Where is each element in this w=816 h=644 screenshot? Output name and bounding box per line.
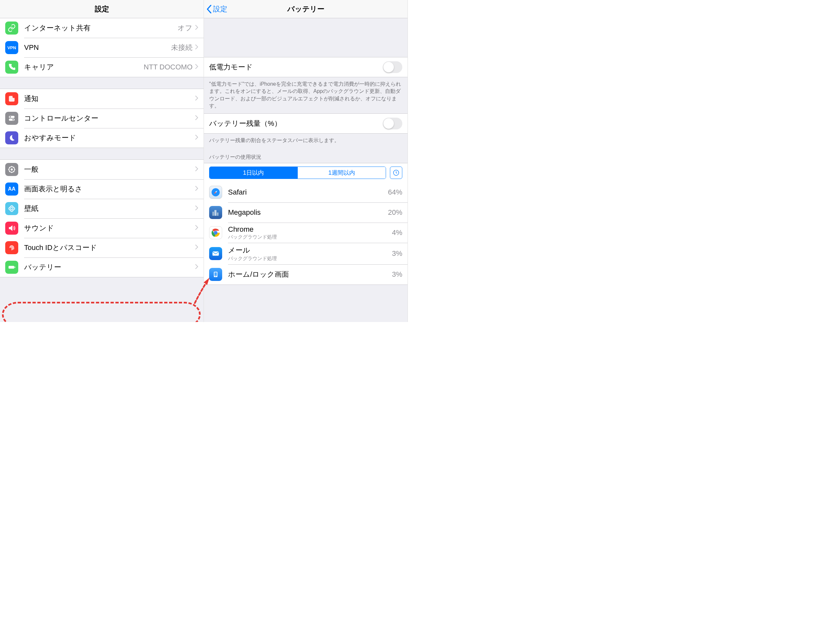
sound-icon [5,222,18,235]
row-carrier[interactable]: キャリア NTT DOCOMO [0,57,204,77]
settings-group-network: インターネット共有 オフ VPN VPN 未接続 キャリア NTT DOCOMO [0,18,204,77]
usage-label: Safari [228,188,388,196]
phone-icon [5,61,18,74]
svg-rect-15 [15,267,15,268]
row-internet-sharing[interactable]: インターネット共有 オフ [0,18,204,38]
row-general[interactable]: 一般 [0,160,204,179]
safari-icon [209,186,222,199]
svg-rect-24 [213,251,219,256]
settings-group-system: 通知 コントロールセンター おやすみモード [0,89,204,148]
chevron-right-icon [195,205,198,212]
display-icon: AA [5,182,18,196]
home-icon [209,268,222,281]
chevron-right-icon [195,135,198,141]
chevron-right-icon [195,225,198,232]
wallpaper-icon [5,202,18,215]
chevron-right-icon [195,25,198,31]
chevron-right-icon [195,166,198,173]
fingerprint-icon [5,241,18,254]
control-center-icon [5,112,18,125]
svg-rect-14 [8,266,14,269]
svg-rect-18 [213,212,214,216]
row-value: オフ [178,23,193,33]
row-battery-percentage[interactable]: バッテリー残量（%） [204,114,407,133]
seg-24h[interactable]: 1日以内 [210,167,297,179]
mail-icon [209,247,222,260]
game-icon [209,206,222,219]
low-power-group: 低電力モード [204,57,407,77]
row-battery[interactable]: バッテリー [0,258,204,277]
svg-rect-19 [214,210,216,216]
chevron-right-icon [195,244,198,251]
clock-button[interactable] [390,167,402,179]
row-label: コントロールセンター [24,113,195,123]
battery-screen: 設定 バッテリー 低電力モード "低電力モード"では、iPhoneを完全に充電で… [204,0,408,322]
svg-point-5 [12,119,14,120]
usage-pct: 3% [392,270,402,279]
usage-label: Chrome [228,225,392,234]
row-label: 壁紙 [24,204,195,213]
svg-rect-26 [214,273,217,276]
svg-point-3 [10,117,11,118]
chevron-right-icon [195,264,198,270]
row-label: バッテリー残量（%） [209,119,383,129]
usage-label: メール [228,245,392,255]
row-label: インターネット共有 [24,23,178,33]
gear-icon [5,163,18,176]
battery-pct-toggle[interactable] [383,118,402,129]
usage-label: Megapolis [228,208,388,217]
battery-icon [5,261,18,274]
usage-pct: 3% [392,249,402,258]
svg-point-8 [11,208,13,210]
settings-group-general: 一般 AA 画面表示と明るさ 壁紙 サウンド [0,159,204,278]
usage-row-safari[interactable]: Safari 64% [204,182,407,202]
svg-point-9 [9,206,14,211]
usage-row-mail[interactable]: メール バックグラウンド処理 3% [204,243,407,264]
usage-row-chrome[interactable]: Chrome バックグラウンド処理 4% [204,222,407,243]
svg-point-1 [12,95,15,98]
chrome-icon [209,226,222,239]
chevron-right-icon [195,44,198,51]
row-value: 未接続 [171,43,193,52]
row-display-brightness[interactable]: AA 画面表示と明るさ [0,179,204,199]
usage-sub: バックグラウンド処理 [228,234,392,240]
moon-icon [5,131,18,144]
navbar-title: バッテリー [287,4,325,14]
link-icon [5,21,18,35]
usage-row-megapolis[interactable]: Megapolis 20% [204,202,407,222]
row-label: キャリア [24,62,144,72]
svg-point-7 [11,169,13,171]
row-do-not-disturb[interactable]: おやすみモード [0,128,204,148]
vpn-icon: VPN [5,41,18,54]
row-label: サウンド [24,223,195,233]
battery-content[interactable]: 低電力モード "低電力モード"では、iPhoneを完全に充電できるまで電力消費が… [204,18,407,322]
usage-label: ホーム/ロック画面 [228,270,392,279]
row-label: Touch IDとパスコード [24,243,195,253]
time-range-segmented[interactable]: 1日以内 1週間以内 [209,167,386,179]
chevron-right-icon [195,186,198,192]
row-low-power-mode[interactable]: 低電力モード [204,57,407,77]
row-label: 画面表示と明るさ [24,184,195,194]
usage-row-home-lock[interactable]: ホーム/ロック画面 3% [204,264,407,285]
row-touchid-passcode[interactable]: Touch IDとパスコード [0,238,204,258]
usage-group: 1日以内 1週間以内 Safari 64% Megapolis [204,163,407,285]
low-power-footer: "低電力モード"では、iPhoneを完全に充電できるまで電力消費が一時的に抑えら… [204,77,407,114]
back-label: 設定 [213,4,227,14]
row-label: 一般 [24,165,195,174]
row-notifications[interactable]: 通知 [0,89,204,109]
seg-7d[interactable]: 1週間以内 [297,167,386,179]
row-vpn[interactable]: VPN VPN 未接続 [0,38,204,57]
low-power-toggle[interactable] [383,61,402,73]
row-wallpaper[interactable]: 壁紙 [0,199,204,218]
settings-list[interactable]: インターネット共有 オフ VPN VPN 未接続 キャリア NTT DOCOMO [0,18,204,322]
settings-screen: 設定 インターネット共有 オフ VPN VPN 未接続 キ [0,0,204,322]
svg-rect-20 [217,213,219,216]
navbar-title: 設定 [95,4,109,14]
row-sounds[interactable]: サウンド [0,218,204,238]
usage-header: バッテリーの使用状況 [204,148,407,163]
chevron-right-icon [195,64,198,71]
row-control-center[interactable]: コントロールセンター [0,109,204,128]
segmented-row: 1日以内 1週間以内 [204,163,407,182]
row-label: 通知 [24,94,195,104]
back-button[interactable]: 設定 [207,4,227,14]
